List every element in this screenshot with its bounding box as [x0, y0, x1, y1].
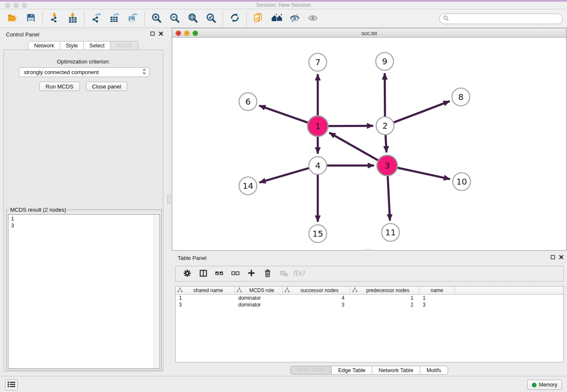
show-column-button[interactable] [196, 268, 210, 280]
graph-node-4[interactable] [309, 157, 327, 174]
refresh-button[interactable] [226, 11, 244, 27]
mcds-result-title: MCDS result (2 nodes) [9, 207, 67, 213]
new-network-button[interactable] [249, 11, 267, 27]
close-table-panel-icon[interactable] [559, 255, 564, 259]
close-panel-icon[interactable] [159, 31, 163, 36]
network-window-titlebar[interactable]: scc.txt [172, 28, 566, 38]
tab-mcds[interactable]: MCDS [110, 41, 138, 50]
mcds-result-line: 1 [11, 215, 157, 222]
toolbar-separator [144, 11, 145, 26]
add-row-button[interactable] [244, 268, 259, 280]
graph-node-9[interactable] [376, 52, 394, 70]
select-all-columns-button[interactable] [212, 268, 226, 280]
unselect-all-columns-button[interactable] [228, 268, 242, 280]
graph-edge-2-9[interactable] [385, 73, 385, 116]
zoom-in-button[interactable] [147, 11, 165, 27]
graph-node-11[interactable] [382, 224, 399, 241]
graph-node-2[interactable] [376, 117, 394, 135]
add-row-icon [248, 269, 255, 278]
mcds-panel: Optimization criterion: strongly connect… [3, 50, 163, 372]
graph-node-8[interactable] [452, 88, 470, 106]
hierarchy-icon [284, 287, 291, 294]
refresh-icon [230, 13, 240, 24]
zoom-out-button[interactable] [165, 11, 184, 27]
column-header-shared-name[interactable]: shared name [176, 287, 235, 294]
criterion-select[interactable]: strongly connected component [19, 67, 149, 77]
task-history-button[interactable] [5, 379, 18, 390]
graph-edge-3-11[interactable] [388, 176, 390, 221]
table-row[interactable]: 3dominator323 [176, 301, 563, 308]
function-builder-button: f(x) [292, 268, 307, 280]
import-table-button[interactable] [63, 11, 82, 27]
save-session-icon [26, 13, 36, 24]
column-header-predecessor-nodes[interactable]: predecessor nodes [350, 287, 419, 294]
table-toolbar: f(x) [175, 266, 564, 282]
tab-network-table[interactable]: Network Table [372, 366, 420, 375]
column-header-name[interactable]: name [419, 287, 455, 294]
table-cell: dominator [235, 295, 283, 301]
zoom-fit-button[interactable] [184, 11, 202, 27]
graph-node-10[interactable] [453, 173, 471, 190]
float-table-panel-icon[interactable] [550, 255, 555, 259]
vertical-splitter-handle[interactable] [167, 195, 171, 204]
export-network-button[interactable] [87, 11, 105, 27]
tab-node-table[interactable]: Node Table [290, 366, 332, 375]
network-canvas[interactable]: 1234678910111415 [172, 38, 566, 250]
control-panel-title: Control Panel [6, 31, 39, 38]
graph-edge-1-2[interactable] [328, 126, 373, 126]
open-session-button[interactable] [3, 11, 22, 27]
zoom-selected-button[interactable] [202, 11, 220, 27]
hide-graphics-details-button[interactable] [286, 11, 304, 27]
save-session-button[interactable] [22, 11, 40, 27]
graph-node-6[interactable] [239, 93, 257, 110]
table-cell: 1 [350, 295, 419, 301]
horizontal-splitter-handle[interactable] [365, 249, 372, 251]
open-session-icon [7, 12, 18, 25]
table-settings-button[interactable] [180, 268, 194, 280]
tab-style[interactable]: Style [60, 41, 84, 50]
table-row[interactable]: 1dominator411 [176, 295, 563, 301]
network-graph: 1234678910111415 [172, 38, 566, 250]
run-mcds-button[interactable]: Run MCDS [39, 82, 80, 91]
graph-edge-2-8[interactable] [394, 101, 450, 122]
delete-row-button[interactable] [260, 268, 275, 280]
statusbar: Memory [0, 376, 567, 392]
graph-node-7[interactable] [309, 53, 327, 71]
show-graphics-details-button [304, 11, 322, 27]
tab-select[interactable]: Select [83, 41, 110, 50]
network-window-title: scc.txt [172, 30, 566, 36]
main-toolbar [0, 9, 567, 28]
tab-edge-table[interactable]: Edge Table [331, 366, 372, 375]
graph-node-15[interactable] [309, 225, 327, 243]
column-header-successor-nodes[interactable]: successor nodes [283, 287, 350, 294]
graph-node-3[interactable] [377, 155, 397, 176]
select-stepper-icon [142, 68, 146, 76]
show-all-panels-button[interactable] [267, 11, 286, 27]
close-panel-button[interactable]: Close panel [86, 82, 128, 91]
graph-edge-2-3[interactable] [385, 135, 386, 152]
mcds-result-list[interactable]: 13 [8, 214, 160, 369]
graph-node-1[interactable] [308, 116, 328, 136]
graph-edge-4-14[interactable] [259, 168, 309, 182]
optimization-criterion-label: Optimization criterion: [4, 58, 163, 65]
table-cell: 2 [350, 301, 419, 308]
graph-edge-3-1[interactable] [329, 133, 378, 160]
search-input[interactable] [451, 15, 559, 22]
export-table-button[interactable] [105, 11, 124, 27]
graph-edge-1-6[interactable] [259, 105, 308, 122]
search-box[interactable] [439, 14, 563, 24]
float-panel-icon[interactable] [150, 31, 155, 36]
tab-network[interactable]: Network [28, 41, 60, 50]
graph-edge-3-10[interactable] [397, 168, 450, 179]
tab-motifs[interactable]: Motifs [420, 366, 448, 375]
toolbar-separator [84, 11, 85, 26]
graph-node-14[interactable] [239, 177, 257, 195]
memory-button[interactable]: Memory [527, 380, 562, 390]
column-header-MCDS-role[interactable]: MCDS role [235, 287, 283, 294]
export-image-button[interactable] [124, 11, 142, 27]
zoom-out-icon [169, 13, 180, 25]
result-scrollbar[interactable] [154, 215, 160, 368]
application-window: Session: New Session Control Panel Netwo… [0, 0, 567, 392]
import-network-button[interactable] [45, 11, 63, 27]
control-panel-tabs: NetworkStyleSelectMCDS [0, 41, 167, 50]
